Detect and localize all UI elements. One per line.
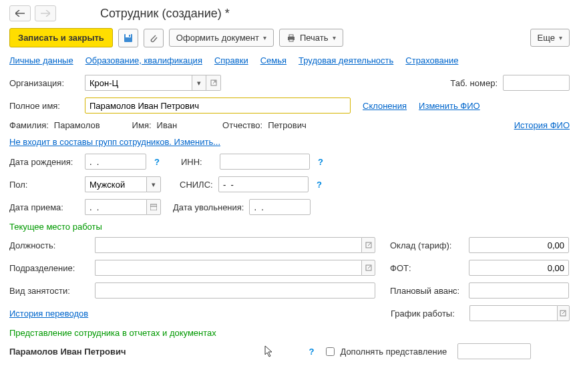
schedule-open-button[interactable] [557, 305, 570, 321]
transfers-link[interactable]: История переводов [9, 309, 88, 319]
more-button[interactable]: Еще [530, 29, 570, 47]
birth-label: Дата рождения: [9, 157, 79, 167]
fire-label: Дата увольнения: [173, 202, 244, 212]
page-title: Сотрудник (создание) * [100, 7, 230, 21]
name-value: Иван [157, 120, 178, 130]
salary-input[interactable] [469, 237, 569, 253]
fot-input[interactable] [469, 260, 569, 276]
save-close-button[interactable]: Записать и закрыть [9, 28, 113, 47]
open-icon [210, 79, 217, 86]
tab-personal[interactable]: Личные данные [9, 55, 73, 65]
fio-history-link[interactable]: История ФИО [514, 120, 570, 130]
supplement-label: Дополнять представление [340, 347, 447, 357]
birth-help[interactable]: ? [152, 157, 162, 167]
org-input[interactable] [85, 75, 192, 91]
inn-input[interactable] [220, 154, 310, 170]
inn-help[interactable]: ? [315, 157, 326, 167]
tab-education[interactable]: Образование, квалификация [85, 55, 202, 65]
save-button[interactable] [118, 29, 138, 47]
calendar-icon [150, 204, 157, 210]
position-input[interactable] [95, 237, 361, 253]
patronymic-label: Отчество: [222, 120, 262, 130]
snils-input[interactable] [218, 176, 309, 192]
schedule-label: График работы: [391, 309, 464, 319]
print-label: Печать [300, 33, 329, 43]
print-icon [286, 34, 296, 42]
employment-label: Вид занятости: [9, 286, 89, 296]
paperclip-icon [149, 33, 158, 43]
supplement-input[interactable] [457, 343, 531, 359]
rep-name: Парамолов Иван Петрович [9, 347, 126, 357]
print-button[interactable]: Печать [279, 29, 343, 47]
gender-input[interactable] [85, 176, 146, 192]
groups-link[interactable]: Не входит в составы групп сотрудников. И… [9, 137, 220, 147]
patronymic-value: Петрович [268, 120, 307, 130]
open-icon [365, 264, 372, 271]
arrow-right-icon [41, 10, 50, 17]
open-icon [365, 242, 372, 248]
fot-label: ФОТ: [390, 263, 463, 273]
birth-input[interactable] [85, 154, 146, 170]
position-label: Должность: [9, 240, 89, 250]
gender-dropdown-button[interactable]: ▾ [146, 176, 161, 192]
snils-label: СНИЛС: [180, 180, 213, 190]
forward-button[interactable] [35, 5, 56, 21]
fullname-label: Полное имя: [9, 101, 79, 111]
department-input[interactable] [95, 260, 361, 276]
position-open-button[interactable] [361, 237, 375, 253]
tabnum-label: Таб. номер: [450, 78, 498, 88]
department-open-button[interactable] [361, 260, 375, 276]
save-icon [124, 33, 133, 43]
fire-input[interactable] [249, 199, 311, 215]
cursor-icon [264, 345, 274, 357]
gender-label: Пол: [9, 180, 79, 190]
tab-family[interactable]: Семья [260, 55, 286, 65]
tabnum-input[interactable] [503, 75, 570, 91]
open-icon [560, 310, 566, 317]
name-label: Имя: [132, 120, 152, 130]
create-doc-button[interactable]: Оформить документ [169, 29, 274, 47]
tab-certs[interactable]: Справки [214, 55, 248, 65]
attach-button[interactable] [144, 29, 164, 47]
hire-label: Дата приема: [9, 202, 79, 212]
employment-input[interactable] [95, 282, 375, 299]
back-button[interactable] [9, 5, 31, 21]
inn-label: ИНН: [181, 157, 214, 167]
hire-input[interactable] [85, 199, 146, 215]
svg-rect-4 [289, 35, 293, 37]
fullname-input[interactable] [85, 97, 351, 114]
rep-help[interactable]: ? [306, 347, 317, 357]
svg-rect-7 [150, 204, 157, 210]
arrow-left-icon [15, 10, 25, 17]
declension-link[interactable]: Склонения [363, 101, 407, 111]
hire-calendar-button[interactable] [146, 199, 161, 215]
schedule-input[interactable] [469, 305, 557, 321]
advance-input[interactable] [469, 282, 569, 299]
workplace-section: Текущее место работы [9, 222, 570, 232]
org-dropdown-button[interactable]: ▾ [192, 75, 206, 91]
svg-rect-2 [129, 35, 130, 37]
change-fio-link[interactable]: Изменить ФИО [419, 101, 480, 111]
surname-value: Парамолов [54, 120, 100, 130]
representation-section: Представление сотрудника в отчетах и док… [9, 328, 570, 338]
org-label: Организация: [9, 78, 79, 88]
tab-work[interactable]: Трудовая деятельность [299, 55, 393, 65]
supplement-checkbox[interactable] [326, 347, 335, 356]
surname-label: Фамилия: [9, 120, 49, 130]
org-open-button[interactable] [206, 75, 221, 91]
tab-insurance[interactable]: Страхование [405, 55, 458, 65]
svg-rect-5 [289, 39, 293, 41]
snils-help[interactable]: ? [314, 180, 325, 190]
department-label: Подразделение: [9, 263, 89, 273]
advance-label: Плановый аванс: [390, 286, 463, 296]
salary-label: Оклад (тариф): [390, 240, 463, 250]
